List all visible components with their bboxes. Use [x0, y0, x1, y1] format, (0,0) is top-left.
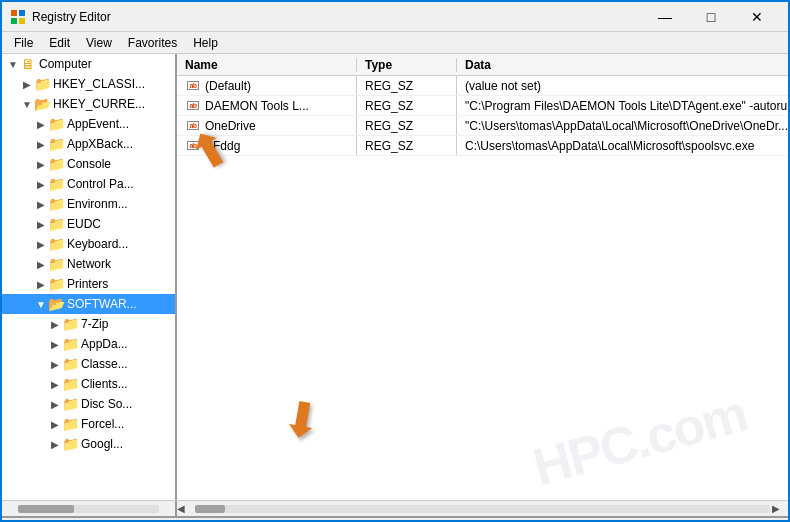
maximize-button[interactable]: □: [688, 2, 734, 32]
folder-icon: 📁: [62, 336, 78, 352]
table-row[interactable]: ab (Default) REG_SZ (value not set): [177, 76, 788, 96]
folder-icon: 📁: [48, 116, 64, 132]
tree-scroll-left: [2, 501, 177, 516]
window-controls: — □ ✕: [642, 2, 780, 32]
tree-label: Environm...: [67, 197, 128, 211]
menu-view[interactable]: View: [78, 34, 120, 52]
tree-item-appda[interactable]: ▶ 📁 AppDa...: [2, 334, 175, 354]
tree-label: Googl...: [81, 437, 123, 451]
table-header: Name Type Data: [177, 54, 788, 76]
tree-item-software[interactable]: ▼ 📂 SOFTWAR...: [2, 294, 175, 314]
status-bar: Computer\HKEY_CURRENT_USER\SOFTWARE\Micr…: [2, 516, 788, 522]
expand-icon: ▶: [48, 379, 62, 390]
menu-help[interactable]: Help: [185, 34, 226, 52]
scroll-right-btn[interactable]: ▶: [772, 503, 788, 514]
tree-scroll[interactable]: ▼ 🖥 Computer ▶ 📁 HKEY_CLASSI... ▼ 📂 HKEY…: [2, 54, 175, 500]
tree-label: SOFTWAR...: [67, 297, 137, 311]
expand-icon: ▶: [34, 179, 48, 190]
folder-icon: 📁: [48, 156, 64, 172]
tree-item-appevent[interactable]: ▶ 📁 AppEvent...: [2, 114, 175, 134]
tree-item-classe[interactable]: ▶ 📁 Classe...: [2, 354, 175, 374]
expand-icon: ▶: [34, 239, 48, 250]
tree-panel: ▼ 🖥 Computer ▶ 📁 HKEY_CLASSI... ▼ 📂 HKEY…: [2, 54, 177, 500]
tree-item-forcel[interactable]: ▶ 📁 Forcel...: [2, 414, 175, 434]
tree-label: EUDC: [67, 217, 101, 231]
tree-item-disc-so[interactable]: ▶ 📁 Disc So...: [2, 394, 175, 414]
expand-icon: ▼: [34, 299, 48, 310]
tree-label: Control Pa...: [67, 177, 134, 191]
row-name: SFddg: [205, 139, 240, 153]
tree-item-computer[interactable]: ▼ 🖥 Computer: [2, 54, 175, 74]
folder-icon: 📁: [48, 236, 64, 252]
expand-icon: ▶: [20, 79, 34, 90]
scroll-left-btn[interactable]: ◀: [177, 503, 193, 514]
tree-label: HKEY_CLASSI...: [53, 77, 145, 91]
folder-icon: 🖥: [20, 56, 36, 72]
expand-icon: ▶: [48, 419, 62, 430]
tree-label: Printers: [67, 277, 108, 291]
reg-value-icon: ab: [185, 140, 201, 152]
tree-item-printers[interactable]: ▶ 📁 Printers: [2, 274, 175, 294]
tree-item-keyboard[interactable]: ▶ 📁 Keyboard...: [2, 234, 175, 254]
expand-icon: ▶: [34, 259, 48, 270]
menu-bar: File Edit View Favorites Help: [2, 32, 788, 54]
right-scroll-right[interactable]: ◀ ▶: [177, 501, 788, 516]
table-body: ab (Default) REG_SZ (value not set) ab D…: [177, 76, 788, 500]
tree-label: AppEvent...: [67, 117, 129, 131]
table-row[interactable]: ab SFddg REG_SZ C:\Users\tomas\AppData\L…: [177, 136, 788, 156]
tree-label: Network: [67, 257, 111, 271]
expand-icon: ▶: [48, 439, 62, 450]
expand-icon: ▶: [48, 399, 62, 410]
tree-item-clients[interactable]: ▶ 📁 Clients...: [2, 374, 175, 394]
row-type: REG_SZ: [357, 76, 457, 95]
expand-icon: ▶: [34, 279, 48, 290]
row-type: REG_SZ: [357, 116, 457, 135]
tree-item-7zip[interactable]: ▶ 📁 7-Zip: [2, 314, 175, 334]
tree-label: Forcel...: [81, 417, 124, 431]
expand-icon: ▶: [34, 139, 48, 150]
tree-item-eudc[interactable]: ▶ 📁 EUDC: [2, 214, 175, 234]
col-header-data: Data: [457, 58, 788, 72]
folder-icon: 📁: [48, 216, 64, 232]
folder-open-icon: 📂: [34, 96, 50, 112]
tree-item-googl[interactable]: ▶ 📁 Googl...: [2, 434, 175, 454]
tree-label: AppDa...: [81, 337, 128, 351]
table-row[interactable]: ab OneDrive REG_SZ "C:\Users\tomas\AppDa…: [177, 116, 788, 136]
expand-icon: ▶: [34, 219, 48, 230]
folder-icon: 📁: [48, 176, 64, 192]
window-title: Registry Editor: [32, 10, 642, 24]
folder-icon: 📁: [62, 416, 78, 432]
expand-icon: ▶: [48, 319, 62, 330]
title-bar: Registry Editor — □ ✕: [2, 2, 788, 32]
tree-item-control-pa[interactable]: ▶ 📁 Control Pa...: [2, 174, 175, 194]
tree-label: Console: [67, 157, 111, 171]
reg-value-icon: ab: [185, 80, 201, 92]
tree-item-appxback[interactable]: ▶ 📁 AppXBack...: [2, 134, 175, 154]
folder-icon: 📁: [62, 396, 78, 412]
app-icon: [10, 9, 26, 25]
row-data: "C:\Users\tomas\AppData\Local\Microsoft\…: [457, 116, 788, 135]
tree-label: Disc So...: [81, 397, 132, 411]
expand-icon: ▶: [48, 359, 62, 370]
tree-item-network[interactable]: ▶ 📁 Network: [2, 254, 175, 274]
expand-icon: ▼: [20, 99, 34, 110]
tree-item-console[interactable]: ▶ 📁 Console: [2, 154, 175, 174]
menu-favorites[interactable]: Favorites: [120, 34, 185, 52]
main-container: ▼ 🖥 Computer ▶ 📁 HKEY_CLASSI... ▼ 📂 HKEY…: [2, 54, 788, 500]
svg-rect-0: [11, 10, 17, 16]
minimize-button[interactable]: —: [642, 2, 688, 32]
tree-item-environm[interactable]: ▶ 📁 Environm...: [2, 194, 175, 214]
tree-item-hkey-curre[interactable]: ▼ 📂 HKEY_CURRE...: [2, 94, 175, 114]
reg-value-icon: ab: [185, 120, 201, 132]
table-row[interactable]: ab DAEMON Tools L... REG_SZ "C:\Program …: [177, 96, 788, 116]
folder-icon: 📁: [48, 256, 64, 272]
menu-edit[interactable]: Edit: [41, 34, 78, 52]
tree-item-hkey-classi[interactable]: ▶ 📁 HKEY_CLASSI...: [2, 74, 175, 94]
svg-rect-3: [19, 18, 25, 24]
menu-file[interactable]: File: [6, 34, 41, 52]
folder-icon: 📁: [62, 356, 78, 372]
folder-icon: 📁: [62, 376, 78, 392]
expand-icon: ▶: [34, 119, 48, 130]
col-header-type: Type: [357, 58, 457, 72]
close-button[interactable]: ✕: [734, 2, 780, 32]
